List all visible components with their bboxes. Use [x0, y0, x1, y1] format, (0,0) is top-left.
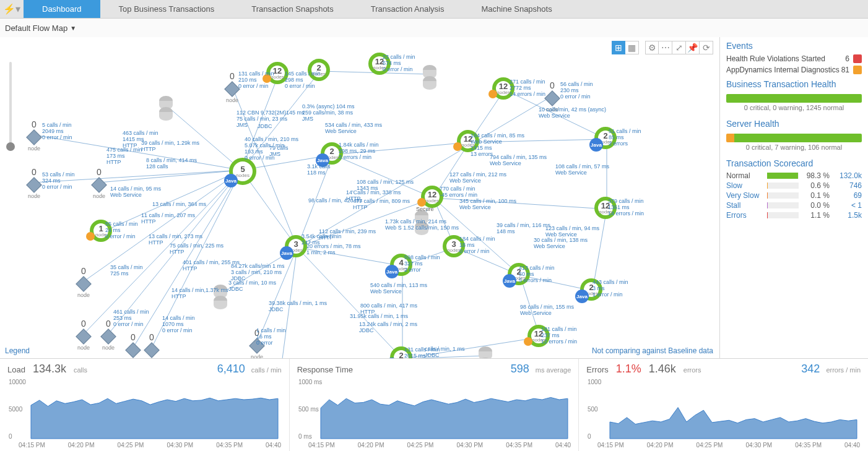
svg-line-7: [333, 142, 469, 155]
svg-text:04:20 PM: 04:20 PM: [357, 442, 384, 449]
svg-line-41: [281, 247, 297, 358]
score-bar: [767, 212, 799, 218]
rt-unit: ms average: [536, 366, 571, 374]
svg-line-38: [320, 71, 430, 74]
flow-map-selector[interactable]: Default Flow Map ▼: [5, 24, 76, 33]
score-label: Very Slow: [726, 191, 763, 200]
load-chart: Load 134.3k calls 6,410calls / min 10000…: [0, 359, 290, 451]
database-icon[interactable]: [423, 65, 436, 92]
svg-line-21: [297, 247, 402, 358]
svg-text:04:35 PM: 04:35 PM: [796, 442, 822, 449]
score-row[interactable]: Errors 1.1 % 1.5k: [720, 210, 868, 220]
err-chart: Errors 1.1% 1.46k errors 342errors / min…: [579, 359, 868, 451]
svg-text:500 ms: 500 ms: [298, 406, 319, 413]
load-rate-unit: calls / min: [251, 366, 282, 374]
event-count: 6: [845, 54, 849, 63]
rt-sparkline: 1000 ms 500 ms 0 ms04:15 PM04:20 PM04:25…: [297, 377, 571, 450]
load-originator[interactable]: 0node: [99, 319, 118, 351]
load-originator[interactable]: 0node: [25, 119, 43, 152]
score-count: 132.0k: [833, 171, 862, 180]
svg-text:04:40 PM: 04:40 PM: [555, 442, 571, 449]
score-count: 746: [833, 181, 862, 190]
score-row[interactable]: Very Slow 0.1 % 69: [720, 191, 868, 200]
score-bar: [767, 202, 799, 208]
event-label: Health Rule Violations Started: [726, 54, 825, 63]
svg-line-11: [433, 198, 455, 247]
load-originator[interactable]: 0node: [124, 332, 142, 358]
svg-line-18: [520, 275, 592, 291]
event-row-hrv[interactable]: Health Rule Violations Started 6: [720, 53, 868, 64]
svg-text:04:15 PM: 04:15 PM: [597, 442, 624, 449]
svg-line-13: [469, 90, 505, 142]
database-icon[interactable]: [159, 96, 173, 123]
bottom-charts: Load 134.3k calls 6,410calls / min 10000…: [0, 358, 868, 451]
database-icon[interactable]: [415, 210, 428, 238]
svg-text:04:30 PM: 04:30 PM: [746, 442, 773, 449]
event-row-diag[interactable]: AppDynamics Internal Diagnostics 81: [720, 64, 868, 75]
svg-text:04:35 PM: 04:35 PM: [506, 442, 532, 449]
score-pct: 0.1 %: [802, 191, 830, 200]
svg-text:04:20 PM: 04:20 PM: [68, 442, 95, 449]
score-row[interactable]: Slow 0.6 % 746: [720, 181, 868, 191]
warning-icon: [853, 66, 862, 74]
sh-title: Server Health: [720, 115, 868, 131]
tab-bar: ⚡▾ Dashboard Top Business Transactions T…: [0, 0, 868, 19]
flow-map-canvas[interactable]: ⊞ ▦ ⚙ ⋯ ⤢ 📌 ⟳ 1node5nodesJava12nodes2nod…: [0, 37, 719, 358]
load-originator[interactable]: 0node: [25, 167, 43, 199]
score-pct: 0.6 %: [802, 181, 830, 190]
load-sparkline: 10000 5000 004:15 PM04:20 PM04:25 PM04:3…: [7, 377, 282, 450]
score-row[interactable]: Normal 98.3 % 132.0k: [720, 171, 868, 181]
bolt-icon[interactable]: ⚡▾: [0, 0, 24, 18]
svg-text:10000: 10000: [9, 379, 26, 385]
load-originator[interactable]: 0node: [543, 80, 562, 113]
database-icon[interactable]: [479, 346, 492, 358]
svg-line-12: [433, 198, 520, 275]
rt-name: Response Time: [297, 365, 353, 374]
load-name: Load: [7, 365, 25, 374]
score-pct: 1.1 %: [802, 211, 830, 220]
load-originator[interactable]: 0node: [74, 266, 93, 298]
tab-analysis[interactable]: Transaction Analysis: [352, 0, 463, 18]
err-pct: 1.1%: [616, 363, 641, 376]
bth-bar: [726, 94, 862, 103]
svg-text:04:40 PM: 04:40 PM: [844, 442, 861, 449]
rt-chart: Response Time 598ms average 1000 ms 500 …: [290, 359, 579, 451]
sub-bar: Default Flow Map ▼: [0, 19, 868, 37]
scorecard-title: Transaction Scorecard: [720, 155, 868, 171]
score-count: 69: [833, 191, 862, 200]
score-label: Normal: [726, 171, 763, 180]
svg-text:04:40 PM: 04:40 PM: [266, 442, 282, 449]
svg-line-27: [34, 170, 241, 183]
legend-link[interactable]: Legend: [5, 346, 30, 355]
tab-dashboard[interactable]: Dashboard: [24, 0, 100, 18]
tab-top-bt[interactable]: Top Business Transactions: [100, 0, 233, 18]
critical-icon: [853, 54, 862, 63]
load-originator[interactable]: 0node: [248, 328, 266, 358]
caret-down-icon: ▼: [70, 25, 76, 32]
err-name: Errors: [586, 365, 608, 374]
svg-text:04:25 PM: 04:25 PM: [407, 442, 433, 449]
svg-line-25: [402, 337, 540, 358]
load-originator[interactable]: 0node: [223, 71, 241, 103]
database-icon[interactable]: [214, 285, 227, 312]
tab-machine-snapshots[interactable]: Machine Snapshots: [462, 0, 570, 18]
side-panel: Events Health Rule Violations Started 6 …: [719, 37, 868, 358]
tab-snapshots[interactable]: Transaction Snapshots: [233, 0, 352, 18]
err-rate: 342: [801, 363, 820, 376]
load-originator[interactable]: 0node: [90, 167, 108, 199]
svg-line-26: [34, 135, 241, 170]
baseline-note: Not comparing against Baseline data: [592, 346, 713, 355]
svg-line-24: [402, 247, 455, 266]
load-originator[interactable]: 0node: [74, 319, 93, 351]
score-count: < 1: [833, 201, 862, 210]
svg-line-14: [469, 139, 607, 142]
flow-map-label: Default Flow Map: [5, 24, 67, 33]
score-pct: 98.3 %: [802, 171, 830, 180]
err-total-unit: errors: [684, 366, 701, 374]
svg-line-9: [297, 247, 402, 266]
load-total-unit: calls: [74, 366, 87, 374]
rt-value: 598: [511, 363, 529, 376]
load-originator[interactable]: 0node: [142, 332, 161, 358]
score-row[interactable]: Stall 0.0 % < 1: [720, 200, 868, 210]
svg-text:04:30 PM: 04:30 PM: [456, 442, 483, 449]
